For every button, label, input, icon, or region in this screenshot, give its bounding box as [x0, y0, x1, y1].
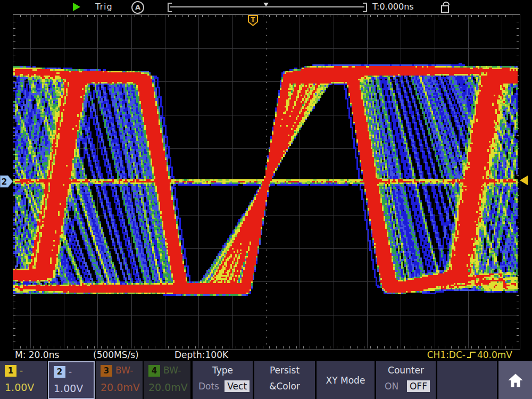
counter-option-on[interactable]: ON	[382, 380, 401, 392]
channel-3-coupling: BW-	[115, 365, 133, 376]
display-type-button[interactable]: Type Dots Vect	[193, 361, 253, 399]
trigger-position-badge[interactable]: T	[248, 15, 258, 26]
horizontal-position-bar[interactable]	[168, 2, 367, 12]
persist-line1: Persist	[254, 365, 315, 376]
status-bar: M: 20.0ns (500MS/s) Depth:100K CH1:DC- 4…	[0, 349, 532, 361]
trigger-source-coupling: CH1:DC-	[427, 350, 466, 360]
position-bar-line	[170, 6, 364, 7]
channel-2-coupling: -	[69, 366, 72, 377]
channel-4-badge: 4	[148, 365, 160, 377]
counter-button[interactable]: Counter ON OFF	[376, 361, 436, 399]
unlock-icon[interactable]	[439, 1, 453, 14]
channel-4-coupling: BW-	[163, 365, 181, 376]
trigger-settings-readout: CH1:DC- 40.0mV	[427, 350, 512, 360]
empty-menu-cell	[437, 361, 497, 399]
channel-1-scale: 1.00V	[5, 381, 34, 393]
trigger-level-value: 40.0mV	[477, 350, 512, 360]
channel-1-coupling: -	[20, 365, 23, 376]
channel-3-scale: 20.0mV	[101, 381, 140, 393]
display-type-title: Type	[193, 365, 253, 376]
home-icon	[508, 373, 523, 388]
sample-rate-readout: (500MS/s)	[93, 350, 139, 360]
type-option-vect[interactable]: Vect	[225, 380, 250, 392]
run-state-icon	[73, 3, 80, 11]
channel-3-badge: 3	[101, 365, 112, 377]
persist-color-button[interactable]: Persist &Color	[254, 361, 315, 399]
home-button[interactable]	[498, 361, 532, 399]
counter-option-off[interactable]: OFF	[407, 380, 430, 392]
memory-depth-readout: Depth:100K	[174, 350, 228, 360]
channel-button-3[interactable]: 3 BW- 20.0mV	[96, 361, 143, 399]
svg-text:T: T	[251, 16, 255, 23]
timebase-readout: M: 20.0ns	[15, 350, 59, 360]
auto-trigger-icon: A	[131, 1, 144, 14]
channel-2-badge: 2	[54, 366, 65, 378]
menu-bar: 1 - 1.00V 2 - 1.00V 3 BW- 20.0mV 4 BW- 2…	[0, 361, 532, 399]
ch2-position-marker[interactable]: 2	[0, 175, 13, 188]
persist-line2: &Color	[254, 381, 315, 392]
type-option-dots[interactable]: Dots	[196, 380, 222, 392]
counter-title: Counter	[376, 365, 436, 376]
oscilloscope-screen: Trig A T:0.000ns T 2 M: 20.0ns (500MS/s)…	[0, 0, 532, 399]
channel-4-scale: 20.0mV	[148, 381, 188, 393]
trigger-position-pointer-icon[interactable]	[263, 3, 269, 6]
trigger-level-arrow[interactable]	[520, 176, 528, 185]
channel-button-1[interactable]: 1 - 1.00V	[0, 361, 47, 399]
trig-label: Trig	[95, 2, 113, 12]
bracket-left-icon	[168, 3, 172, 12]
xy-mode-label: XY Mode	[317, 361, 375, 399]
channel-2-scale: 1.00V	[54, 383, 83, 394]
bracket-right-icon	[363, 3, 367, 12]
waveform-canvas	[13, 15, 519, 348]
graticule	[13, 14, 520, 350]
top-bar: Trig A T:0.000ns	[0, 0, 532, 14]
channel-button-2[interactable]: 2 - 1.00V	[48, 361, 95, 399]
channel-1-badge: 1	[5, 365, 16, 377]
svg-text:2: 2	[2, 177, 7, 187]
time-offset-readout: T:0.000ns	[372, 2, 414, 12]
rising-edge-icon	[467, 351, 476, 359]
channel-button-4[interactable]: 4 BW- 20.0mV	[144, 361, 190, 399]
xy-mode-button[interactable]: XY Mode	[317, 361, 375, 399]
